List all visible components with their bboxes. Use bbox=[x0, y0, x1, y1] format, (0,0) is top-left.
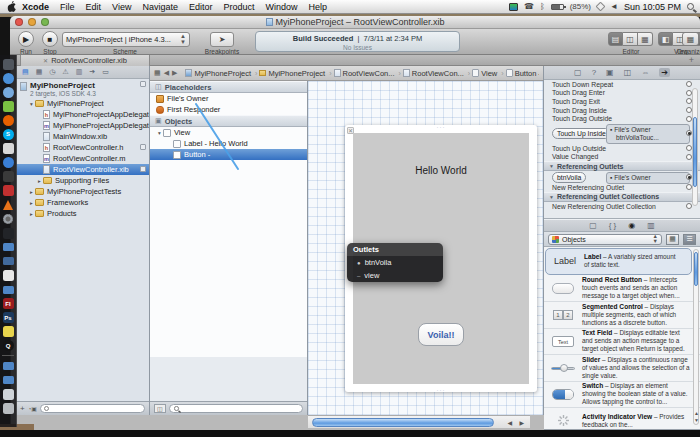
library-item-switch[interactable]: Switch – Displays an element showing the… bbox=[544, 382, 700, 409]
spotlight-icon[interactable] bbox=[687, 3, 694, 10]
objects-library-icon[interactable]: ◉ bbox=[628, 221, 635, 230]
dock-icon-browser-blue[interactable] bbox=[2, 86, 14, 98]
organizer-button[interactable]: ▦ bbox=[682, 32, 699, 46]
object-row[interactable]: ▾View bbox=[150, 127, 307, 138]
tab-rootviewcontroller[interactable]: ✕ RootViewController.xib bbox=[20, 55, 150, 66]
disclosure-triangle[interactable]: ▼ bbox=[549, 194, 554, 200]
bluetooth-icon[interactable]: ᛒ bbox=[540, 3, 545, 11]
version-editor-button[interactable]: ▦ bbox=[638, 32, 653, 46]
library-item-textfield[interactable]: TextText Field – Displays editable text … bbox=[544, 329, 700, 356]
back-button[interactable]: ◀ bbox=[164, 69, 172, 76]
symbol-navigator-icon[interactable]: ▦ bbox=[36, 68, 43, 76]
dock-icon-photos[interactable] bbox=[2, 143, 14, 155]
object-row[interactable]: Button - bbox=[150, 149, 307, 160]
dock-icon-stickies[interactable] bbox=[2, 326, 14, 338]
event-connection[interactable]: ▪ File's OwnerbtnVoilaTouc... bbox=[606, 124, 690, 144]
library-item-segmented[interactable]: 12Segmented Control – Displays multiple … bbox=[544, 302, 700, 329]
object-row[interactable]: Label - Hello World bbox=[150, 138, 307, 149]
dock-icon-folder-3[interactable] bbox=[2, 284, 14, 296]
project-root-row[interactable]: MyiPhoneProject 2 targets, iOS SDK 4.3 bbox=[16, 79, 149, 98]
dock-icon-folder-documents[interactable] bbox=[2, 374, 14, 386]
menu-item-window[interactable]: Window bbox=[265, 2, 297, 12]
menu-item-view[interactable]: View bbox=[112, 2, 131, 12]
dock-icon-folder-1[interactable] bbox=[2, 241, 14, 253]
outlet-popup-item-btnVoila[interactable]: ●btnVoila bbox=[347, 256, 443, 269]
disclosure-triangle[interactable]: ▾ bbox=[156, 130, 163, 136]
dock-icon-stack-documents[interactable] bbox=[2, 388, 14, 400]
menu-item-navigate[interactable]: Navigate bbox=[142, 2, 178, 12]
forward-button[interactable]: ▶ bbox=[172, 69, 180, 76]
file-row[interactable]: ▸Supporting Files bbox=[16, 175, 149, 186]
run-button[interactable]: ▶ bbox=[18, 31, 34, 47]
list-view-button[interactable]: ☰ bbox=[683, 234, 696, 245]
connections-inspector-icon[interactable]: ➔ bbox=[659, 68, 670, 77]
breadcrumb-item[interactable]: MyiPhoneProject› bbox=[259, 69, 331, 78]
battery-icon[interactable] bbox=[551, 4, 564, 10]
file-row[interactable]: hMyiPhoneProjectAppDelegate.h bbox=[16, 109, 149, 120]
related-items-icon[interactable]: ▦ bbox=[154, 69, 161, 77]
library-group-dropdown[interactable]: Objects ▲▼ bbox=[548, 234, 662, 245]
event-pill[interactable]: Touch Up Inside bbox=[552, 128, 611, 139]
placeholder-row[interactable]: First Responder bbox=[150, 104, 307, 115]
disclosure-triangle[interactable]: ▼ bbox=[549, 163, 554, 169]
library-item-activity[interactable]: Activity Indicator View – Provides feedb… bbox=[544, 408, 700, 429]
dock-icon-trash[interactable] bbox=[2, 402, 14, 414]
library-item-roundrect[interactable]: Round Rect Button – Intercepts touch eve… bbox=[544, 276, 700, 303]
menu-item-editor[interactable]: Editor bbox=[189, 2, 213, 12]
outline-toggle-button[interactable]: ◫ bbox=[154, 404, 166, 413]
scroll-up-arrow[interactable]: ▲ bbox=[694, 410, 699, 416]
file-row[interactable]: mMyiPhoneProjectAppDelegate.m bbox=[16, 120, 149, 131]
breadcrumb-item[interactable]: RootViewCon...› bbox=[334, 69, 401, 78]
dock-icon-system-prefs[interactable] bbox=[2, 213, 14, 225]
add-tab-button[interactable]: + bbox=[689, 55, 694, 65]
outline-search-field[interactable] bbox=[169, 404, 303, 413]
breadcrumb-item[interactable]: View› bbox=[472, 69, 503, 78]
size-inspector-icon[interactable]: ⇔ bbox=[641, 68, 649, 77]
menu-item-help[interactable]: Help bbox=[309, 2, 328, 12]
modem-icon[interactable]: ☎ bbox=[524, 3, 534, 11]
ref-outlet-pill[interactable]: btnVoila bbox=[552, 172, 586, 183]
canvas-hscrollbar[interactable]: ◀ ▶ bbox=[308, 415, 530, 428]
navigator-filter-field[interactable] bbox=[40, 404, 145, 413]
stop-button[interactable]: ■ bbox=[42, 31, 58, 47]
dock-icon-folder-2[interactable] bbox=[2, 255, 14, 267]
connections-scrollbar[interactable] bbox=[692, 88, 698, 206]
library-scroll-thumb[interactable] bbox=[694, 252, 698, 286]
disclosure-triangle[interactable]: ▸ bbox=[28, 211, 35, 217]
dock-icon-folder-downloads[interactable] bbox=[2, 360, 14, 372]
library-scrollbar[interactable]: ▲ ▼ bbox=[693, 249, 699, 425]
file-row[interactable]: ▾MyiPhoneProject bbox=[16, 98, 149, 109]
dock-icon-app-dark[interactable] bbox=[2, 58, 14, 70]
dock-icon-itunes[interactable] bbox=[2, 157, 14, 169]
add-file-button[interactable]: + bbox=[20, 404, 25, 413]
media-library-icon[interactable]: ▥ bbox=[647, 221, 655, 230]
log-navigator-icon[interactable]: ▭ bbox=[102, 68, 109, 76]
dock-icon-skype[interactable]: S bbox=[2, 128, 14, 140]
menu-item-xcode[interactable]: Xcode bbox=[22, 2, 49, 12]
new-collection-radio[interactable] bbox=[686, 203, 692, 209]
file-templates-library-icon[interactable]: ▢ bbox=[589, 221, 597, 230]
dock-icon-photoshop[interactable]: Ps bbox=[2, 312, 14, 324]
frame-top-handle[interactable]: ··· bbox=[437, 124, 446, 130]
file-row[interactable]: MainWindow.xib bbox=[16, 131, 149, 142]
scroll-left-arrow[interactable]: ◀ bbox=[507, 419, 512, 426]
airport-icon[interactable] bbox=[596, 2, 606, 12]
debug-navigator-icon[interactable]: ▥ bbox=[76, 68, 83, 76]
window-title-bar[interactable]: MyiPhoneProject – RootViewController.xib bbox=[10, 16, 700, 29]
menu-item-product[interactable]: Product bbox=[223, 2, 254, 12]
menu-item-file[interactable]: File bbox=[60, 2, 75, 12]
dock-icon-firefox[interactable] bbox=[2, 114, 14, 126]
file-row[interactable]: ▸MyiPhoneProjectTests bbox=[16, 186, 149, 197]
dock-icon-terminal[interactable] bbox=[2, 227, 14, 239]
breakpoints-button[interactable]: ➤ bbox=[210, 32, 234, 47]
project-navigator-icon[interactable]: ▤ bbox=[22, 68, 29, 76]
breadcrumb-item[interactable]: Button – Voila!! bbox=[506, 69, 539, 78]
navigator-toggle-button[interactable]: ◧ bbox=[658, 32, 673, 46]
voila-button[interactable]: Voila!! bbox=[418, 323, 464, 346]
issue-navigator-icon[interactable]: ⚠ bbox=[62, 68, 68, 76]
tab-close-icon[interactable]: ✕ bbox=[43, 57, 48, 64]
dock-icon-vlc[interactable] bbox=[2, 199, 14, 211]
file-inspector-icon[interactable]: ▢ bbox=[574, 68, 582, 77]
frame-bottom-handle[interactable]: ··· bbox=[437, 387, 446, 393]
menu-item-edit[interactable]: Edit bbox=[86, 2, 102, 12]
